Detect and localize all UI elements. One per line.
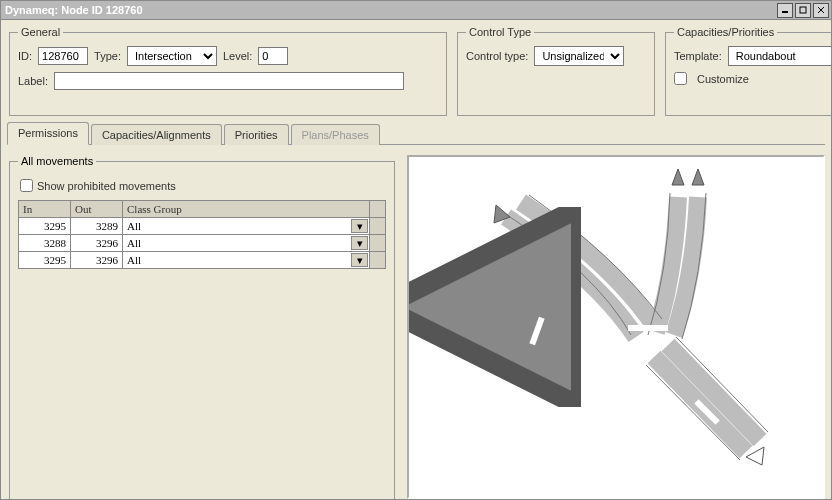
chevron-down-icon[interactable]: ▾	[351, 236, 368, 250]
customize-checkbox[interactable]	[674, 72, 687, 85]
window-title: Dynameq: Node ID 128760	[3, 4, 775, 16]
tab-priorities[interactable]: Priorities	[224, 124, 289, 145]
template-select[interactable]: Roundabout	[728, 46, 832, 66]
th-spacer	[370, 201, 386, 218]
general-group: General ID: Type: Intersection Level: La…	[9, 26, 447, 116]
th-in: In	[19, 201, 71, 218]
table-row[interactable]: 3295 3289 All▾	[19, 218, 386, 235]
table-header-row: In Out Class Group	[19, 201, 386, 218]
cell-scroll	[370, 252, 386, 269]
capacities-group: Capacities/Priorities Template: Roundabo…	[665, 26, 832, 116]
capacities-legend: Capacities/Priorities	[674, 26, 777, 38]
cell-out: 3296	[71, 235, 123, 252]
tab-permissions[interactable]: Permissions	[7, 122, 89, 145]
movements-group: All movements Show prohibited movements …	[9, 155, 395, 500]
show-prohibited-checkbox[interactable]	[20, 179, 33, 192]
cell-in: 3295	[19, 252, 71, 269]
label-input[interactable]	[54, 72, 404, 90]
close-button[interactable]	[813, 3, 829, 18]
titlebar: Dynameq: Node ID 128760	[1, 1, 831, 20]
type-label: Type:	[94, 50, 121, 62]
level-label: Level:	[223, 50, 252, 62]
maximize-button[interactable]	[795, 3, 811, 18]
svg-marker-7	[746, 447, 764, 465]
type-select[interactable]: Intersection	[127, 46, 217, 66]
show-prohibited-label: Show prohibited movements	[37, 180, 176, 192]
controltype-legend: Control Type	[466, 26, 534, 38]
cell-scroll	[370, 218, 386, 235]
movements-table: In Out Class Group 3295 3289 All▾	[18, 200, 386, 269]
minimize-button[interactable]	[777, 3, 793, 18]
svg-marker-5	[692, 169, 704, 185]
cell-class[interactable]: All▾	[123, 218, 370, 235]
movements-legend: All movements	[18, 155, 96, 167]
label-label: Label:	[18, 75, 48, 87]
th-out: Out	[71, 201, 123, 218]
controltype-group: Control Type Control type: Unsignalized	[457, 26, 655, 116]
table-row[interactable]: 3295 3296 All▾	[19, 252, 386, 269]
cell-in: 3295	[19, 218, 71, 235]
tab-plans-phases: Plans/Phases	[291, 124, 380, 145]
cell-class[interactable]: All▾	[123, 235, 370, 252]
cell-class[interactable]: All▾	[123, 252, 370, 269]
cell-scroll	[370, 235, 386, 252]
svg-rect-8	[628, 325, 668, 331]
intersection-viewer[interactable]	[407, 155, 825, 499]
level-input[interactable]	[258, 47, 288, 65]
cell-out: 3296	[71, 252, 123, 269]
tabs: Permissions Capacities/Alignments Priori…	[7, 122, 825, 145]
general-legend: General	[18, 26, 63, 38]
chevron-down-icon[interactable]: ▾	[351, 253, 368, 267]
cell-out: 3289	[71, 218, 123, 235]
id-label: ID:	[18, 50, 32, 62]
cell-in: 3288	[19, 235, 71, 252]
id-input[interactable]	[38, 47, 88, 65]
table-row[interactable]: 3288 3296 All▾	[19, 235, 386, 252]
template-label: Template:	[674, 50, 722, 62]
tab-capacities-alignments[interactable]: Capacities/Alignments	[91, 124, 222, 145]
chevron-down-icon[interactable]: ▾	[351, 219, 368, 233]
controltype-select[interactable]: Unsignalized	[534, 46, 624, 66]
th-class: Class Group	[123, 201, 370, 218]
svg-marker-4	[672, 169, 684, 185]
controltype-label: Control type:	[466, 50, 528, 62]
customize-label: Customize	[697, 73, 749, 85]
svg-rect-1	[800, 7, 806, 13]
